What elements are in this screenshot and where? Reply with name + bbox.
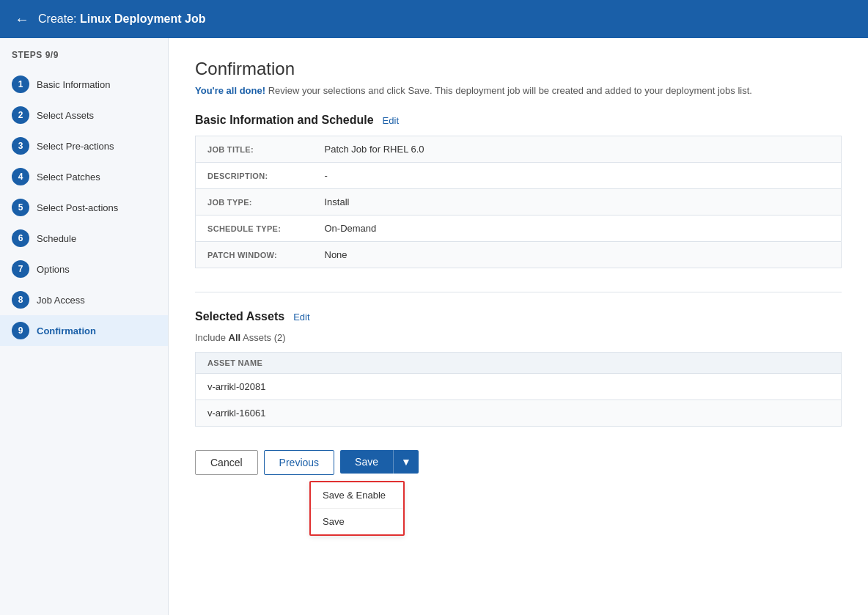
- step-label-3: Select Pre-actions: [37, 141, 114, 152]
- basic-info-table: JOB TITLE:Patch Job for RHEL 6.0DESCRIPT…: [195, 136, 842, 268]
- page-title: Confirmation: [195, 59, 842, 79]
- basic-info-header: Basic Information and Schedule Edit: [195, 114, 842, 127]
- step-label-2: Select Assets: [37, 110, 94, 121]
- save-dropdown-item-1[interactable]: Save: [311, 508, 403, 534]
- sidebar-item-2[interactable]: 2 Select Assets: [0, 100, 168, 130]
- divider: [195, 292, 842, 292]
- sidebar-item-9[interactable]: 9 Confirmation: [0, 315, 168, 346]
- step-circle-5: 5: [12, 199, 29, 216]
- basic-info-section: Basic Information and Schedule Edit JOB …: [195, 114, 842, 268]
- sidebar: STEPS 9/9 1 Basic Information 2 Select A…: [0, 38, 169, 615]
- table-row: SCHEDULE TYPE:On-Demand: [196, 216, 842, 242]
- info-key-0: JOB TITLE:: [196, 136, 313, 163]
- info-val-1: -: [313, 163, 842, 189]
- info-val-0: Patch Job for RHEL 6.0: [313, 136, 842, 163]
- step-label-4: Select Patches: [37, 172, 100, 183]
- step-circle-6: 6: [12, 229, 29, 247]
- basic-info-edit-link[interactable]: Edit: [383, 115, 399, 126]
- sidebar-item-4[interactable]: 4 Select Patches: [0, 161, 168, 192]
- save-button-group: Save ▼: [340, 450, 419, 474]
- step-circle-2: 2: [12, 106, 29, 124]
- main-content: Confirmation You're all done! Review you…: [169, 38, 868, 615]
- asset-name-header: ASSET NAME: [196, 353, 842, 374]
- save-dropdown: Save & EnableSave: [309, 481, 405, 536]
- save-dropdown-item-0[interactable]: Save & Enable: [311, 482, 403, 508]
- info-key-4: PATCH WINDOW:: [196, 242, 313, 268]
- sidebar-item-1[interactable]: 1 Basic Information: [0, 69, 168, 100]
- step-circle-9: 9: [12, 322, 29, 339]
- table-row: v-arrikl-16061: [196, 400, 842, 427]
- step-label-8: Job Access: [37, 295, 85, 306]
- info-key-1: DESCRIPTION:: [196, 163, 313, 189]
- step-label-6: Schedule: [37, 233, 76, 244]
- table-row: v-arrikl-02081: [196, 374, 842, 400]
- sidebar-item-7[interactable]: 7 Options: [0, 254, 168, 284]
- assets-table: ASSET NAME v-arrikl-02081v-arrikl-16061: [195, 352, 842, 427]
- table-row: DESCRIPTION:-: [196, 163, 842, 189]
- header-title: Create: Linux Deployment Job: [38, 12, 206, 26]
- save-button[interactable]: Save: [340, 450, 393, 474]
- basic-info-title: Basic Information and Schedule: [195, 114, 374, 127]
- table-row: JOB TYPE:Install: [196, 189, 842, 216]
- sidebar-item-6[interactable]: 6 Schedule: [0, 223, 168, 254]
- step-label-7: Options: [37, 264, 70, 275]
- steps-label: STEPS 9/9: [0, 50, 168, 69]
- header: ← Create: Linux Deployment Job: [0, 0, 868, 38]
- footer: Cancel Previous Save ▼ Save & EnableSave: [195, 450, 842, 475]
- info-key-2: JOB TYPE:: [196, 189, 313, 216]
- step-label-1: Basic Information: [37, 79, 110, 90]
- asset-name-0: v-arrikl-02081: [196, 374, 842, 400]
- step-circle-7: 7: [12, 260, 29, 278]
- info-key-3: SCHEDULE TYPE:: [196, 216, 313, 242]
- cancel-button[interactable]: Cancel: [195, 450, 258, 475]
- selected-assets-header: Selected Assets Edit: [195, 310, 842, 323]
- step-circle-3: 3: [12, 137, 29, 155]
- back-icon[interactable]: ←: [15, 11, 29, 28]
- asset-name-1: v-arrikl-16061: [196, 400, 842, 427]
- sidebar-item-8[interactable]: 8 Job Access: [0, 284, 168, 315]
- selected-assets-edit-link[interactable]: Edit: [293, 312, 309, 323]
- sidebar-item-5[interactable]: 5 Select Post-actions: [0, 192, 168, 223]
- save-chevron-button[interactable]: ▼: [393, 450, 419, 474]
- step-circle-1: 1: [12, 76, 29, 93]
- info-val-4: None: [313, 242, 842, 268]
- table-row: JOB TITLE:Patch Job for RHEL 6.0: [196, 136, 842, 163]
- step-label-9: Confirmation: [37, 325, 96, 336]
- sidebar-item-3[interactable]: 3 Select Pre-actions: [0, 130, 168, 161]
- intro-bold: You're all done!: [195, 85, 265, 96]
- step-circle-8: 8: [12, 291, 29, 309]
- info-val-2: Install: [313, 189, 842, 216]
- step-label-5: Select Post-actions: [37, 202, 118, 213]
- selected-assets-section: Selected Assets Edit Include All Assets …: [195, 310, 842, 427]
- include-text: Include All Assets (2): [195, 332, 842, 343]
- step-circle-4: 4: [12, 168, 29, 185]
- table-row: PATCH WINDOW:None: [196, 242, 842, 268]
- intro-rest: Review your selections and click Save. T…: [268, 85, 752, 96]
- selected-assets-title: Selected Assets: [195, 310, 284, 323]
- info-val-3: On-Demand: [313, 216, 842, 242]
- intro-text: You're all done! Review your selections …: [195, 85, 842, 96]
- previous-button[interactable]: Previous: [264, 450, 334, 475]
- layout: STEPS 9/9 1 Basic Information 2 Select A…: [0, 38, 868, 615]
